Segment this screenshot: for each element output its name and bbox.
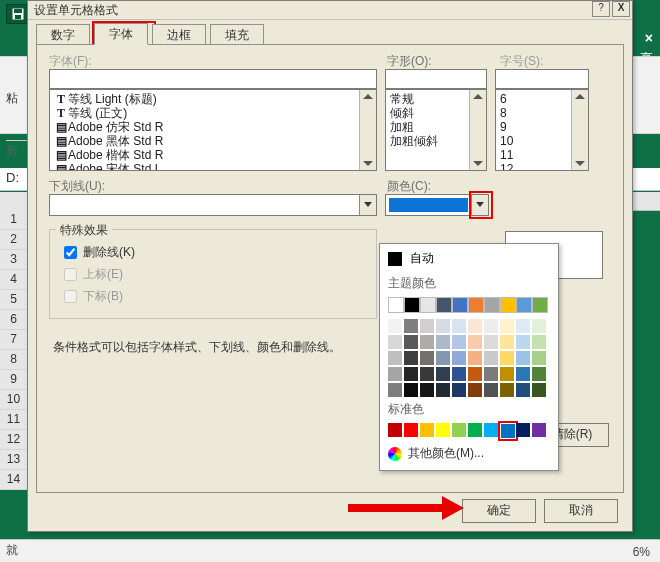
font-name-list[interactable]: T等线 Light (标题) T等线 (正文) ▤Adobe 仿宋 Std R … — [49, 89, 377, 171]
color-swatch[interactable] — [436, 367, 450, 381]
tab-number[interactable]: 数字 — [36, 24, 90, 44]
color-swatch[interactable] — [484, 383, 498, 397]
row-header[interactable]: 14 — [0, 470, 28, 490]
row-header[interactable]: 1 — [0, 210, 28, 230]
color-swatch[interactable] — [468, 351, 482, 365]
color-swatch[interactable] — [404, 297, 420, 313]
close-button[interactable]: X — [612, 1, 630, 17]
list-item[interactable]: ▤Adobe 黑体 Std R — [54, 134, 376, 148]
ok-button[interactable]: 确定 — [462, 499, 536, 523]
color-swatch[interactable] — [388, 383, 402, 397]
dialog-titlebar[interactable]: 设置单元格格式 ? X — [28, 1, 632, 20]
color-swatch[interactable] — [484, 367, 498, 381]
font-style-list[interactable]: 常规 倾斜 加粗 加粗倾斜 — [385, 89, 487, 171]
color-swatch[interactable] — [452, 319, 466, 333]
color-swatch[interactable] — [452, 297, 468, 313]
list-item[interactable]: ▤Adobe 宋体 Std L — [54, 162, 376, 171]
font-name-input[interactable] — [49, 69, 377, 89]
chevron-down-icon[interactable] — [359, 195, 376, 215]
list-item[interactable]: ▤Adobe 楷体 Std R — [54, 148, 376, 162]
ribbon-close-icon[interactable]: × — [645, 30, 653, 46]
color-swatch[interactable] — [436, 297, 452, 313]
font-size-list[interactable]: 6 8 9 10 11 12 — [495, 89, 589, 171]
color-swatch[interactable] — [500, 423, 516, 439]
color-swatch[interactable] — [500, 297, 516, 313]
checkbox[interactable] — [64, 246, 77, 259]
color-swatch[interactable] — [468, 383, 482, 397]
color-swatch[interactable] — [468, 319, 482, 333]
chevron-down-icon[interactable] — [471, 195, 488, 215]
color-swatch[interactable] — [468, 335, 482, 349]
color-swatch[interactable] — [388, 351, 402, 365]
color-swatch[interactable] — [516, 297, 532, 313]
color-swatch[interactable] — [484, 423, 498, 437]
color-swatch[interactable] — [516, 367, 530, 381]
color-swatch[interactable] — [516, 319, 530, 333]
color-swatch[interactable] — [532, 297, 548, 313]
color-swatch[interactable] — [452, 335, 466, 349]
color-swatch[interactable] — [420, 423, 434, 437]
row-header[interactable]: 4 — [0, 270, 28, 290]
scrollbar[interactable] — [469, 90, 486, 170]
underline-combo[interactable] — [49, 194, 377, 216]
color-swatch[interactable] — [436, 335, 450, 349]
tab-fill[interactable]: 填充 — [210, 24, 264, 44]
list-item[interactable]: T等线 Light (标题) — [54, 92, 376, 106]
color-swatch[interactable] — [404, 335, 418, 349]
color-swatch[interactable] — [436, 383, 450, 397]
color-swatch[interactable] — [436, 351, 450, 365]
color-swatch[interactable] — [484, 335, 498, 349]
color-swatch[interactable] — [404, 423, 418, 437]
row-header[interactable]: 11 — [0, 410, 28, 430]
subscript-checkbox[interactable]: 下标(B) — [64, 288, 123, 305]
color-swatch[interactable] — [404, 367, 418, 381]
color-swatch[interactable] — [388, 319, 402, 333]
color-swatch[interactable] — [436, 319, 450, 333]
checkbox[interactable] — [64, 290, 77, 303]
color-swatch[interactable] — [532, 335, 546, 349]
font-style-input[interactable] — [385, 69, 487, 89]
font-size-input[interactable] — [495, 69, 589, 89]
color-swatch[interactable] — [484, 297, 500, 313]
color-swatch[interactable] — [452, 367, 466, 381]
row-header[interactable]: 9 — [0, 370, 28, 390]
more-colors[interactable]: 其他颜色(M)... — [386, 439, 552, 464]
checkbox[interactable] — [64, 268, 77, 281]
color-swatch[interactable] — [532, 367, 546, 381]
color-swatch[interactable] — [516, 351, 530, 365]
color-swatch[interactable] — [500, 319, 514, 333]
list-item[interactable]: ▤Adobe 仿宋 Std R — [54, 120, 376, 134]
color-swatch[interactable] — [516, 423, 530, 437]
strike-checkbox[interactable]: 删除线(K) — [64, 244, 135, 261]
row-header[interactable]: 5 — [0, 290, 28, 310]
row-header[interactable]: 12 — [0, 430, 28, 450]
color-swatch[interactable] — [468, 367, 482, 381]
color-swatch[interactable] — [404, 383, 418, 397]
color-swatch[interactable] — [484, 351, 498, 365]
row-header[interactable]: 8 — [0, 350, 28, 370]
row-header[interactable]: 6 — [0, 310, 28, 330]
tab-border[interactable]: 边框 — [152, 24, 206, 44]
color-swatch[interactable] — [452, 351, 466, 365]
scrollbar[interactable] — [571, 90, 588, 170]
color-swatch[interactable] — [452, 423, 466, 437]
tab-font[interactable]: 字体 — [94, 23, 148, 45]
list-item[interactable]: T等线 (正文) — [54, 106, 376, 120]
color-swatch[interactable] — [388, 297, 404, 313]
scrollbar[interactable] — [359, 90, 376, 170]
color-swatch[interactable] — [484, 319, 498, 333]
color-swatch[interactable] — [468, 297, 484, 313]
color-swatch[interactable] — [532, 319, 546, 333]
color-combo[interactable] — [385, 194, 489, 216]
color-swatch[interactable] — [468, 423, 482, 437]
color-swatch[interactable] — [516, 335, 530, 349]
cancel-button[interactable]: 取消 — [544, 499, 618, 523]
color-swatch[interactable] — [404, 351, 418, 365]
color-swatch[interactable] — [420, 297, 436, 313]
row-header[interactable]: 10 — [0, 390, 28, 410]
color-swatch[interactable] — [532, 383, 546, 397]
color-swatch[interactable] — [420, 351, 434, 365]
color-swatch[interactable] — [452, 383, 466, 397]
automatic-color[interactable]: 自动 — [386, 248, 552, 273]
color-swatch[interactable] — [388, 367, 402, 381]
